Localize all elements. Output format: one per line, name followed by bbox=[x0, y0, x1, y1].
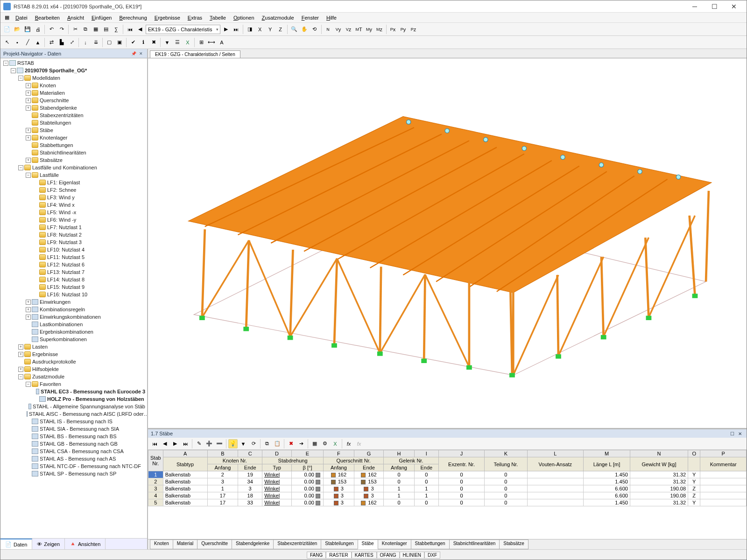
tree-item[interactable]: +Ergebnisse bbox=[0, 350, 147, 358]
status-ofang[interactable]: OFANG bbox=[377, 552, 400, 559]
app-menu-icon[interactable]: ▦ bbox=[2, 13, 12, 22]
move-icon[interactable]: ⇄ bbox=[47, 38, 56, 47]
tree-item[interactable]: +Knotenlager bbox=[0, 134, 147, 141]
tbl-excel-icon[interactable]: X bbox=[331, 439, 340, 448]
minimize-button[interactable]: ─ bbox=[685, 1, 705, 12]
menu-ergebnisse[interactable]: Ergebnisse bbox=[151, 14, 184, 21]
check-icon[interactable]: ✔ bbox=[128, 38, 138, 47]
expand-icon[interactable]: − bbox=[26, 382, 31, 387]
tree-item[interactable]: LF7: Nutzlast 1 bbox=[0, 224, 147, 231]
tbl-opts-icon[interactable]: ⚙ bbox=[320, 439, 330, 448]
tree-item[interactable]: +Einwirkungskombinationen bbox=[0, 313, 147, 321]
table-close-icon[interactable]: ✕ bbox=[736, 431, 744, 436]
layers-icon[interactable]: ☰ bbox=[173, 38, 182, 47]
status-raster[interactable]: RASTER bbox=[326, 552, 352, 559]
table-tab-stabsätze[interactable]: Stabsätze bbox=[499, 539, 528, 549]
navigator-tree[interactable]: −RSTAB−20190709 Sporthalle_OG*−Modelldat… bbox=[0, 58, 147, 538]
tree-item[interactable]: −Zusatzmodule bbox=[0, 373, 147, 380]
menu-datei[interactable]: Datei bbox=[12, 14, 31, 21]
tbl-first-icon[interactable]: ⏮ bbox=[150, 439, 159, 448]
render-wire-icon[interactable]: ▢ bbox=[105, 38, 114, 47]
redo-icon[interactable]: ↷ bbox=[57, 25, 66, 34]
expand-icon[interactable]: + bbox=[18, 367, 23, 372]
expand-icon[interactable]: + bbox=[18, 352, 23, 357]
table-tab-knotenlager[interactable]: Knotenlager bbox=[378, 539, 411, 549]
expand-icon[interactable]: − bbox=[3, 61, 8, 66]
tree-item[interactable]: LF8: Nutzlast 2 bbox=[0, 231, 147, 238]
expand-icon[interactable]: − bbox=[18, 374, 23, 379]
nav-prev-icon[interactable]: ◀ bbox=[135, 25, 145, 34]
tree-item[interactable]: +Hilfsobjekte bbox=[0, 365, 147, 373]
tbl-filter-icon[interactable]: ▼ bbox=[239, 439, 248, 448]
tree-item[interactable]: STAHL GB - Bemessung nach GB bbox=[0, 440, 147, 448]
zoom-icon[interactable]: 🔍 bbox=[289, 25, 299, 34]
grid-icon[interactable]: ▦ bbox=[91, 25, 100, 34]
filter-icon[interactable]: ▼ bbox=[162, 38, 172, 47]
tree-item[interactable]: HOLZ Pro - Bemessung von Holzstäben bbox=[0, 395, 147, 403]
tbl-prev-icon[interactable]: ◀ bbox=[160, 439, 169, 448]
nav-tab-ansichten[interactable]: 🔺 Ansichten bbox=[65, 539, 106, 549]
table-tab-material[interactable]: Material bbox=[173, 539, 198, 549]
tree-item[interactable]: +Einwirkungen bbox=[0, 298, 147, 306]
menu-einfügen[interactable]: Einfügen bbox=[88, 14, 115, 21]
tree-item[interactable]: LF4: Wind x bbox=[0, 201, 147, 209]
table-tab-stabteilungen[interactable]: Stabteilungen bbox=[321, 539, 358, 549]
expand-icon[interactable]: + bbox=[26, 315, 31, 320]
tree-item[interactable]: STAHL AISC - Bemessung nach AISC (LRFD o… bbox=[0, 410, 147, 418]
tree-item[interactable]: Ergebniskombinationen bbox=[0, 328, 147, 336]
expand-icon[interactable]: + bbox=[26, 91, 31, 96]
table-icon[interactable]: ▤ bbox=[101, 25, 111, 34]
tbl-arrow-icon[interactable]: ➔ bbox=[296, 439, 306, 448]
select-icon[interactable]: ↖ bbox=[2, 38, 12, 47]
expand-icon[interactable]: + bbox=[26, 135, 31, 140]
status-kartes[interactable]: KARTES bbox=[352, 552, 377, 559]
snap-icon[interactable]: ⊞ bbox=[197, 38, 206, 47]
tree-item[interactable]: LF11: Nutzlast 5 bbox=[0, 253, 147, 261]
tbl-cancel-icon[interactable]: ✖ bbox=[286, 439, 296, 448]
node-icon[interactable]: • bbox=[13, 38, 22, 47]
table-grid[interactable]: Stab Nr.ABCDEFGHIJKLMNOPStabtypKnoten Nr… bbox=[148, 450, 747, 506]
tree-item[interactable]: LF14: Nutzlast 8 bbox=[0, 276, 147, 283]
tree-item[interactable]: Stabteilungen bbox=[0, 119, 147, 126]
tbl-copy-icon[interactable]: ⧉ bbox=[262, 439, 272, 448]
nav-last-icon[interactable]: ⏭ bbox=[232, 25, 241, 34]
nav-next-icon[interactable]: ▶ bbox=[221, 25, 231, 34]
expand-icon[interactable]: + bbox=[26, 105, 31, 111]
tree-item[interactable]: +Stabendgelenke bbox=[0, 104, 147, 112]
nav-close-icon[interactable]: ✕ bbox=[138, 50, 144, 57]
status-fang[interactable]: FANG bbox=[307, 552, 326, 559]
tbl-view-icon[interactable]: ▦ bbox=[310, 439, 319, 448]
open-icon[interactable]: 📂 bbox=[13, 25, 22, 34]
nav-tab-zeigen[interactable]: 👁 Zeigen bbox=[32, 539, 65, 549]
tree-item[interactable]: STAHL - Allgemeine Spannungsanalyse von … bbox=[0, 403, 147, 410]
close-button[interactable]: ✕ bbox=[724, 1, 744, 12]
calc-icon[interactable]: ∑ bbox=[112, 25, 121, 34]
view-z-icon[interactable]: Z bbox=[276, 25, 285, 34]
results-mt-icon[interactable]: MT bbox=[354, 25, 364, 34]
status-dxf[interactable]: DXF bbox=[424, 552, 440, 559]
tree-item[interactable]: +Lasten bbox=[0, 343, 147, 350]
tbl-last-icon[interactable]: ⏭ bbox=[181, 439, 190, 448]
tbl-next-icon[interactable]: ▶ bbox=[170, 439, 180, 448]
table-tab-stabexzentrizitäten[interactable]: Stabexzentrizitäten bbox=[273, 539, 321, 549]
tree-item[interactable]: STAHL NTC-DF - Bemessung nach NTC-DF bbox=[0, 462, 147, 470]
loadcase-combo[interactable]: EK19 - GZG - Charakteristis bbox=[146, 25, 220, 34]
expand-icon[interactable]: + bbox=[26, 83, 31, 88]
tree-item[interactable]: −Lastfälle und Kombinationen bbox=[0, 164, 147, 171]
tree-item[interactable]: −20190709 Sporthalle_OG* bbox=[0, 67, 147, 74]
tree-item[interactable]: STAHL IS - Bemessung nach IS bbox=[0, 418, 147, 425]
table-tab-stabnichtlinearitäten[interactable]: Stabnichtlinearitäten bbox=[449, 539, 500, 549]
support-icon[interactable]: ▲ bbox=[33, 38, 42, 47]
view-x-icon[interactable]: X bbox=[255, 25, 265, 34]
tree-item[interactable]: LF6: Wind -y bbox=[0, 216, 147, 224]
tbl-del-icon[interactable]: ➖ bbox=[215, 439, 224, 448]
nav-first-icon[interactable]: ⏮ bbox=[125, 25, 134, 34]
tbl-lamp-icon[interactable]: 💡 bbox=[228, 439, 238, 448]
tree-item[interactable]: Stabnichtlinearitäten bbox=[0, 149, 147, 156]
expand-icon[interactable]: + bbox=[26, 300, 31, 305]
tree-item[interactable]: LF13: Nutzlast 7 bbox=[0, 268, 147, 276]
tree-item[interactable]: STAHL EC3 - Bemessung nach Eurocode 3 bbox=[0, 388, 147, 395]
tbl-add-icon[interactable]: ➕ bbox=[204, 439, 214, 448]
view-tab[interactable]: EK19 : GZG - Charakteristisch / Seiten bbox=[150, 50, 240, 58]
tbl-reload-icon[interactable]: ⟳ bbox=[249, 439, 258, 448]
